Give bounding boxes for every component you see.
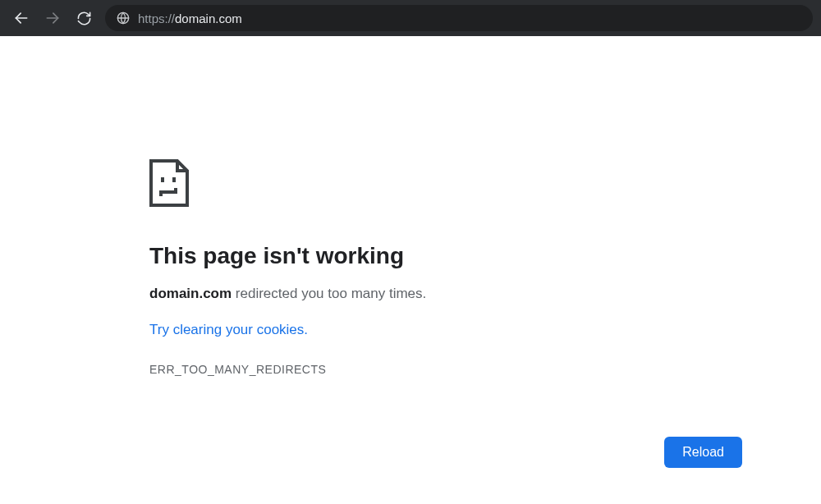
svg-rect-6 <box>162 190 175 194</box>
error-code: ERR_TOO_MANY_REDIRECTS <box>149 363 821 376</box>
url-scheme: https:// <box>138 11 175 25</box>
arrow-right-icon <box>44 10 61 26</box>
sad-file-icon <box>149 159 821 210</box>
svg-rect-5 <box>172 177 176 182</box>
error-redirect-text: redirected you too many times. <box>232 286 426 301</box>
address-bar[interactable]: https://domain.com <box>105 5 813 31</box>
clear-cookies-link[interactable]: Try clearing your cookies. <box>149 322 308 337</box>
reload-button[interactable]: Reload <box>664 437 742 468</box>
forward-button[interactable] <box>39 5 66 31</box>
cookies-suggestion: Try clearing your cookies. <box>149 322 821 338</box>
browser-toolbar: https://domain.com <box>0 0 821 36</box>
reload-icon <box>76 11 92 26</box>
url-text: https://domain.com <box>138 11 242 25</box>
svg-rect-8 <box>174 188 177 194</box>
error-domain: domain.com <box>149 286 232 301</box>
back-button[interactable] <box>8 5 34 31</box>
reload-nav-button[interactable] <box>71 5 97 31</box>
globe-icon <box>117 11 130 25</box>
arrow-left-icon <box>13 10 30 26</box>
error-title: This page isn't working <box>149 243 821 269</box>
svg-rect-7 <box>159 190 163 196</box>
error-message: domain.com redirected you too many times… <box>149 286 821 302</box>
error-page: This page isn't working domain.com redir… <box>0 36 821 376</box>
svg-rect-4 <box>161 177 164 182</box>
url-host: domain.com <box>175 11 242 25</box>
